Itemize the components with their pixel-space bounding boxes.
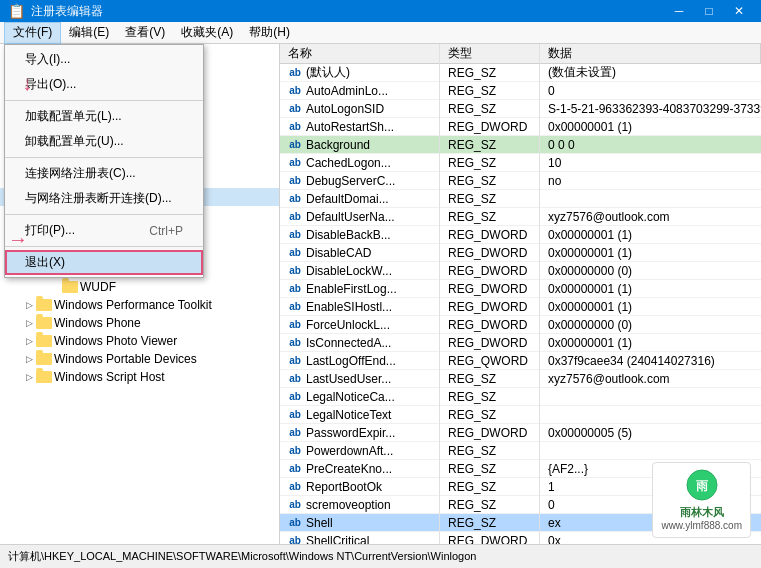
reg-value-icon: ab <box>288 138 302 152</box>
menu-view[interactable]: 查看(V) <box>117 22 173 44</box>
reg-value-icon: ab <box>288 318 302 332</box>
tree-toggle-win-script: ▷ <box>22 370 36 384</box>
tree-item-win-perf[interactable]: ▷ Windows Performance Toolkit <box>0 296 279 314</box>
menu-export[interactable]: 导出(O)... <box>5 72 203 97</box>
menu-import[interactable]: 导入(I)... <box>5 47 203 72</box>
col-header-type[interactable]: 类型 <box>440 44 540 64</box>
table-row[interactable]: abPowerdownAft... REG_SZ <box>280 442 761 460</box>
table-row[interactable]: abDisableBackB... REG_DWORD 0x00000001 (… <box>280 226 761 244</box>
menu-print[interactable]: 打印(P)... Ctrl+P <box>5 218 203 243</box>
table-row-background[interactable]: abBackground REG_SZ 0 0 0 <box>280 136 761 154</box>
table-row[interactable]: abDisableLockW... REG_DWORD 0x00000000 (… <box>280 262 761 280</box>
table-row[interactable]: abAutoAdminLo... REG_SZ 0 <box>280 82 761 100</box>
registry-header: 名称 类型 数据 <box>280 44 761 64</box>
reg-value-icon: ab <box>288 282 302 296</box>
col-header-name[interactable]: 名称 <box>280 44 440 64</box>
table-row[interactable]: abEnableFirstLog... REG_DWORD 0x00000001… <box>280 280 761 298</box>
reg-value-icon: ab <box>288 192 302 206</box>
separator-3 <box>5 214 203 215</box>
menu-edit[interactable]: 编辑(E) <box>61 22 117 44</box>
reg-value-icon: ab <box>288 372 302 386</box>
table-row[interactable]: abForceUnlockL... REG_DWORD 0x00000000 (… <box>280 316 761 334</box>
tree-toggle-win-photo: ▷ <box>22 334 36 348</box>
menu-load-hive[interactable]: 加载配置单元(L)... <box>5 104 203 129</box>
title-bar: 📋 注册表编辑器 ─ □ ✕ <box>0 0 761 22</box>
arrow-down-icon: ↓ <box>22 72 32 95</box>
reg-value-icon: ab <box>288 336 302 350</box>
tree-item-wudf[interactable]: WUDF <box>0 278 279 296</box>
separator-4 <box>5 246 203 247</box>
reg-value-icon: ab <box>288 516 302 530</box>
separator-1 <box>5 100 203 101</box>
svg-text:雨: 雨 <box>696 479 709 493</box>
watermark-brand: 雨林木风 <box>661 505 742 520</box>
reg-value-icon: ab <box>288 426 302 440</box>
menu-help[interactable]: 帮助(H) <box>241 22 298 44</box>
table-row[interactable]: ab(默认人) REG_SZ (数值未设置) <box>280 64 761 82</box>
menu-unload-hive[interactable]: 卸载配置单元(U)... <box>5 129 203 154</box>
tree-item-win-phone[interactable]: ▷ Windows Phone <box>0 314 279 332</box>
table-row[interactable]: abAutoLogonSID REG_SZ S-1-5-21-963362393… <box>280 100 761 118</box>
menu-connect-network[interactable]: 连接网络注册表(C)... <box>5 161 203 186</box>
reg-value-icon: ab <box>288 408 302 422</box>
menu-bar: 文件(F) 编辑(E) 查看(V) 收藏夹(A) 帮助(H) <box>0 22 761 44</box>
file-dropdown-menu: 导入(I)... 导出(O)... 加载配置单元(L)... 卸载配置单元(U)… <box>4 44 204 278</box>
table-row[interactable]: abIsConnectedA... REG_DWORD 0x00000001 (… <box>280 334 761 352</box>
table-row[interactable]: abLegalNoticeCa... REG_SZ <box>280 388 761 406</box>
title-bar-text: 注册表编辑器 <box>31 3 103 20</box>
folder-icon-wudf <box>62 280 78 294</box>
reg-value-icon: ab <box>288 354 302 368</box>
reg-value-icon: ab <box>288 444 302 458</box>
table-row[interactable]: abEnableSIHostl... REG_DWORD 0x00000001 … <box>280 298 761 316</box>
col-header-data[interactable]: 数据 <box>540 44 761 64</box>
folder-icon-win-photo <box>36 334 52 348</box>
table-row[interactable]: abAutoRestartSh... REG_DWORD 0x00000001 … <box>280 118 761 136</box>
table-row[interactable]: abDefaultUserNa... REG_SZ xyz7576@outloo… <box>280 208 761 226</box>
separator-2 <box>5 157 203 158</box>
menu-disconnect-network[interactable]: 与网络注册表断开连接(D)... <box>5 186 203 211</box>
folder-icon-win-perf <box>36 298 52 312</box>
reg-value-icon: ab <box>288 300 302 314</box>
table-row[interactable]: abLegalNoticeText REG_SZ <box>280 406 761 424</box>
tree-item-win-script[interactable]: ▷ Windows Script Host <box>0 368 279 386</box>
reg-value-icon: ab <box>288 228 302 242</box>
minimize-button[interactable]: ─ <box>665 1 693 21</box>
reg-value-icon: ab <box>288 66 302 80</box>
folder-icon-win-phone <box>36 316 52 330</box>
window-controls: ─ □ ✕ <box>665 1 753 21</box>
tree-toggle-win-perf: ▷ <box>22 298 36 312</box>
status-text: 计算机\HKEY_LOCAL_MACHINE\SOFTWARE\Microsof… <box>8 549 476 564</box>
table-row[interactable]: abLastUsedUser... REG_SZ xyz7576@outlook… <box>280 370 761 388</box>
reg-value-icon: ab <box>288 480 302 494</box>
reg-value-icon: ab <box>288 156 302 170</box>
status-bar: 计算机\HKEY_LOCAL_MACHINE\SOFTWARE\Microsof… <box>0 544 761 568</box>
folder-icon-win-script <box>36 370 52 384</box>
table-row[interactable]: abDebugServerC... REG_SZ no <box>280 172 761 190</box>
reg-value-icon: ab <box>288 390 302 404</box>
reg-value-icon: ab <box>288 174 302 188</box>
table-row[interactable]: abDefaultDomai... REG_SZ <box>280 190 761 208</box>
reg-value-icon: ab <box>288 84 302 98</box>
reg-value-icon: ab <box>288 534 302 545</box>
maximize-button[interactable]: □ <box>695 1 723 21</box>
close-button[interactable]: ✕ <box>725 1 753 21</box>
tree-item-win-portable[interactable]: ▷ Windows Portable Devices <box>0 350 279 368</box>
tree-toggle-wudf <box>48 280 62 294</box>
reg-value-icon: ab <box>288 462 302 476</box>
app-icon: 📋 <box>8 3 25 19</box>
table-row[interactable]: abLastLogOffEnd... REG_QWORD 0x37f9caee3… <box>280 352 761 370</box>
arrow-right-icon: → <box>8 228 28 251</box>
table-row[interactable]: abDisableCAD REG_DWORD 0x00000001 (1) <box>280 244 761 262</box>
folder-icon-win-portable <box>36 352 52 366</box>
table-row[interactable]: abPasswordExpir... REG_DWORD 0x00000005 … <box>280 424 761 442</box>
reg-value-icon: ab <box>288 498 302 512</box>
menu-exit[interactable]: 退出(X) <box>5 250 203 275</box>
tree-item-win-photo[interactable]: ▷ Windows Photo Viewer <box>0 332 279 350</box>
reg-value-icon: ab <box>288 102 302 116</box>
reg-value-icon: ab <box>288 246 302 260</box>
reg-value-icon: ab <box>288 120 302 134</box>
menu-file[interactable]: 文件(F) <box>4 22 61 44</box>
tree-toggle-win-phone: ▷ <box>22 316 36 330</box>
menu-favorites[interactable]: 收藏夹(A) <box>173 22 241 44</box>
table-row[interactable]: abCachedLogon... REG_SZ 10 <box>280 154 761 172</box>
